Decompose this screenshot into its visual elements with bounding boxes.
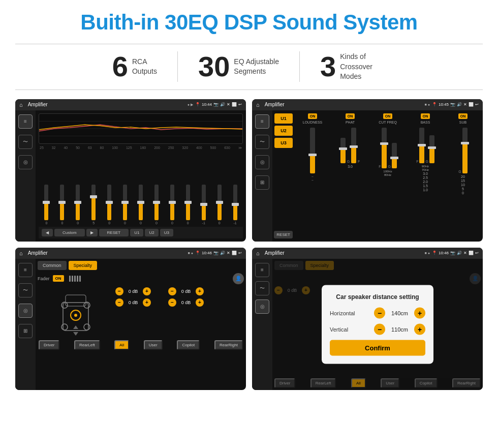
eq-play-button[interactable]: ▶ [86,229,98,236]
xover-home-icon[interactable]: ⌂ [256,102,260,108]
eq-slider-3[interactable]: 5 [91,185,96,225]
eq-slider-8[interactable]: 0 [170,185,174,225]
eq-slider-6[interactable]: 0 [139,185,143,225]
stat-rca-number: 6 [112,52,128,81]
dlg-vertical-minus[interactable]: − [374,323,385,335]
dlg-vertical-plus[interactable]: + [414,323,425,335]
eq-equalizer-icon[interactable]: ≡ [18,114,33,129]
eq-custom-button[interactable]: Custom [54,229,85,236]
spk-left-top-plus[interactable]: + [143,287,151,295]
dlg-eq-icon[interactable]: ≡ [255,263,269,277]
spk-eq-icon[interactable]: ≡ [18,263,33,277]
spk-rearright-button[interactable]: RearRight [214,340,243,350]
dlg-horizontal-plus[interactable]: + [414,307,425,318]
eq-slider-5[interactable]: 0 [123,185,127,225]
spk-left-bot-plus[interactable]: + [143,298,151,307]
eq-u1-button[interactable]: U1 [130,229,143,236]
spk-rearleft-button[interactable]: RearLeft [74,340,100,350]
spk-driver-button[interactable]: Driver [39,340,59,350]
xover-ch-sub-on[interactable]: ON [458,113,468,119]
eq-slider-2[interactable]: 0 [76,185,80,225]
eq-sidebar: ≡ 〜 ◎ [15,110,36,242]
eq-prev-button[interactable]: ◀ [42,229,53,236]
spk-tabs: Common Specialty [38,261,244,270]
spk-wave-icon[interactable]: 〜 [18,283,33,297]
spk-user-button[interactable]: User [144,340,163,350]
spk-right-bot-plus[interactable]: + [196,298,204,307]
eq-home-icon[interactable]: ⌂ [19,102,23,108]
xover-spk-icon[interactable]: ◎ [255,155,269,169]
xover-ch-cutfreq-slider-g[interactable] [392,143,397,168]
eq-speaker-icon[interactable]: ◎ [18,155,33,169]
spk-profile-icon[interactable]: 👤 [233,273,244,284]
spk-back-icon[interactable]: ↩ [238,251,242,255]
dlg-close-icon: ✕ [463,251,467,255]
dlg-rearleft-button[interactable]: RearLeft [310,378,336,388]
spk-tab-common[interactable]: Common [38,261,67,270]
eq-slider-11[interactable]: 0 [217,185,222,225]
xover-ch-bass-on[interactable]: ON [421,113,430,119]
dlg-horizontal-minus[interactable]: − [374,307,385,318]
xover-ch-loudness-vals: –– [312,175,313,182]
xover-reset-button[interactable]: RESET [274,231,293,238]
xover-camera-icon: 📷 [450,102,455,107]
spk-vol-icon[interactable]: ⊞ [18,324,33,338]
dlg-back-icon[interactable]: ↩ [475,251,479,255]
eq-slider-12[interactable]: -1 [233,185,237,225]
spk-spk-icon[interactable]: ◎ [18,304,33,318]
spk-left-bot-minus[interactable]: − [115,298,123,307]
xover-back-icon[interactable]: ↩ [475,102,479,107]
spk-home-icon[interactable]: ⌂ [19,250,23,256]
eq-slider-7[interactable]: 0 [154,185,159,225]
xover-eq-icon[interactable]: ≡ [255,114,269,129]
dlg-copilot-button[interactable]: Copilot [415,378,438,388]
xover-u2-button[interactable]: U2 [274,126,293,136]
dlg-user-button[interactable]: User [381,378,399,388]
svg-point-10 [74,314,77,317]
xover-ch-bass-slider-f[interactable] [419,128,424,163]
spk-copilot-button[interactable]: Copilot [177,340,200,350]
eq-camera-icon: 📷 [213,102,219,107]
spk-on-badge[interactable]: ON [53,275,64,282]
eq-slider-9[interactable]: 0 [186,185,190,225]
xover-ch-cutfreq-on[interactable]: ON [383,113,393,119]
xover-ch-bass-slider-g[interactable] [429,135,434,163]
eq-u2-button[interactable]: U2 [145,229,158,236]
xover-wave-icon[interactable]: 〜 [255,135,269,149]
xover-ch-phat-slider-g[interactable] [340,138,346,163]
spk-right-top-plus[interactable]: + [196,287,204,295]
eq-slider-1[interactable]: 0 [60,185,64,225]
spk-right-bot-minus[interactable]: − [168,298,176,307]
stats-row: 6 RCAOutputs 30 EQ AdjustableSegments 3 … [15,44,483,90]
dlg-confirm-button[interactable]: Confirm [330,340,425,355]
spk-left-top-minus[interactable]: − [115,287,123,295]
xover-ch-bass-label: BASS [421,121,430,124]
dlg-wave-icon[interactable]: 〜 [255,281,269,295]
eq-back-icon[interactable]: ↩ [238,102,242,107]
xover-ch-loudness-on[interactable]: ON [308,113,318,119]
eq-reset-button[interactable]: RESET [99,229,129,236]
spk-tab-specialty[interactable]: Specialty [69,261,98,270]
xover-ch-phat-slider-f[interactable] [351,128,356,163]
eq-slider-10[interactable]: -1 [202,185,206,225]
eq-slider-0[interactable]: 0 [44,185,48,225]
xover-vol-icon[interactable]: ⊞ [255,175,269,190]
eq-wave-icon[interactable]: 〜 [18,135,33,149]
stat-eq: 30 EQ AdjustableSegments [178,50,299,83]
eq-u3-button[interactable]: U3 [160,229,173,236]
spk-all-button[interactable]: All [114,340,129,350]
dlg-rearright-button[interactable]: RearRight [452,378,481,388]
xover-ch-phat-on[interactable]: ON [346,113,355,119]
spk-right-top-minus[interactable]: − [168,287,176,295]
xover-ch-cutfreq-slider-f[interactable] [382,128,387,168]
xover-ch-phat-vals: 3.0 [348,165,353,168]
xover-ch-loudness-slider[interactable] [310,128,315,173]
dlg-driver-button[interactable]: Driver [274,378,295,388]
xover-u3-button[interactable]: U3 [274,138,293,148]
eq-slider-4[interactable]: 0 [107,185,111,225]
dlg-all-button[interactable]: All [351,378,366,388]
xover-ch-sub-slider[interactable] [462,128,468,173]
dlg-home-icon[interactable]: ⌂ [256,250,260,256]
xover-u1-button[interactable]: U1 [274,113,293,124]
dlg-spk-icon[interactable]: ◎ [255,300,269,314]
